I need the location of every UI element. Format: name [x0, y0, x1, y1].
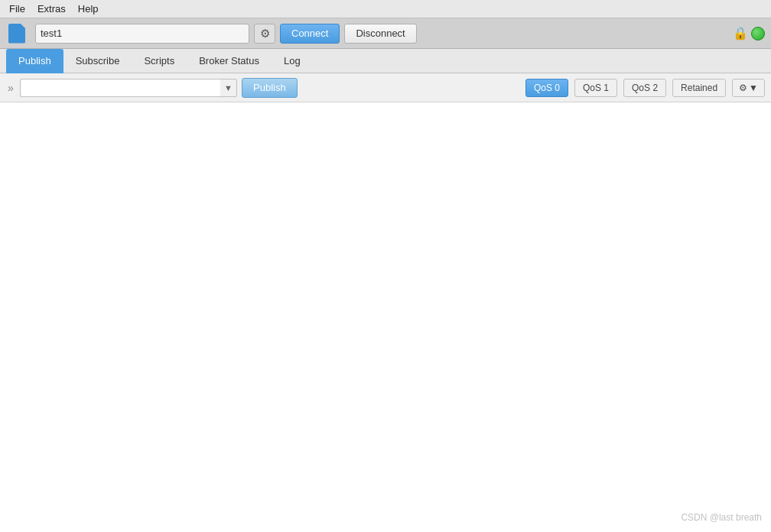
retained-button[interactable]: Retained — [672, 79, 726, 97]
publish-message-button[interactable]: Publish — [242, 78, 298, 98]
menu-help[interactable]: Help — [72, 2, 105, 16]
disconnect-button[interactable]: Disconnect — [344, 24, 416, 44]
tab-scripts[interactable]: Scripts — [132, 49, 187, 73]
tab-broker-status[interactable]: Broker Status — [187, 49, 272, 73]
options-button[interactable]: ⚙ ▼ — [732, 79, 765, 97]
options-dropdown-arrow: ▼ — [749, 83, 758, 93]
publish-area: » ▼ Publish QoS 0 QoS 1 QoS 2 Retained ⚙… — [0, 73, 771, 102]
tab-log[interactable]: Log — [272, 49, 313, 73]
menu-extras[interactable]: Extras — [31, 2, 72, 16]
file-icon[interactable] — [6, 23, 28, 44]
dropdown-arrow-icon: ▼ — [224, 83, 233, 92]
topic-input[interactable] — [20, 79, 220, 97]
gear-icon: ⚙ — [260, 27, 270, 41]
connect-button[interactable]: Connect — [280, 24, 340, 44]
lock-icon: 🔒 — [733, 26, 748, 41]
qos1-button[interactable]: QoS 1 — [574, 79, 617, 97]
topic-input-wrapper: ▼ — [20, 79, 237, 97]
qos0-button[interactable]: QoS 0 — [525, 79, 568, 97]
tabbar: Publish Subscribe Scripts Broker Status … — [0, 49, 771, 73]
status-icons: 🔒 — [733, 26, 765, 41]
toolbar: ⚙ Connect Disconnect 🔒 — [0, 18, 771, 49]
tab-publish[interactable]: Publish — [6, 49, 63, 73]
gear-button[interactable]: ⚙ — [254, 24, 275, 44]
tab-subscribe[interactable]: Subscribe — [63, 49, 132, 73]
connection-status-dot — [751, 27, 765, 41]
expand-arrow-icon[interactable]: » — [6, 82, 15, 94]
menubar: File Extras Help — [0, 0, 771, 18]
connection-name-input[interactable] — [35, 24, 249, 44]
watermark: CSDN @last breath — [681, 512, 762, 523]
topic-dropdown-button[interactable]: ▼ — [220, 79, 237, 97]
qos2-button[interactable]: QoS 2 — [623, 79, 666, 97]
content-area: CSDN @last breath — [0, 102, 771, 532]
menu-file[interactable]: File — [3, 2, 31, 16]
options-icon: ⚙ — [739, 83, 747, 93]
